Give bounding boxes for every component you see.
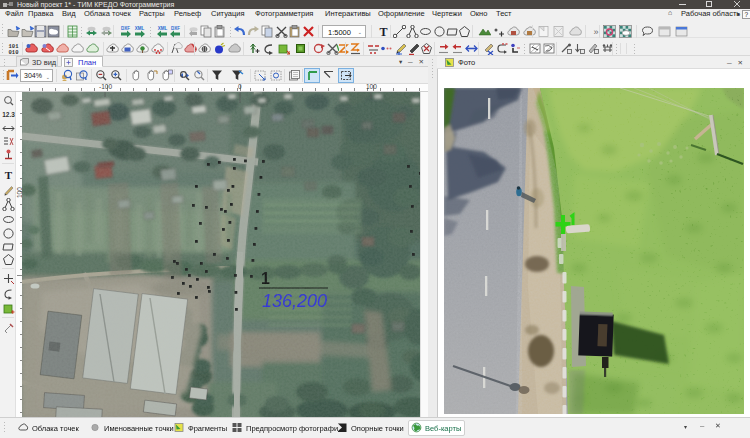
svg-text:XML: XML xyxy=(158,26,168,31)
svg-text:12.3: 12.3 xyxy=(2,111,15,118)
svg-text:DXF: DXF xyxy=(171,26,180,31)
svg-text:010: 010 xyxy=(9,49,19,56)
svg-text:XML: XML xyxy=(134,26,144,31)
svg-text:DXF: DXF xyxy=(121,26,130,31)
svg-text:T: T xyxy=(4,169,12,181)
svg-text:»: » xyxy=(593,27,598,37)
svg-text:T: T xyxy=(379,25,387,38)
